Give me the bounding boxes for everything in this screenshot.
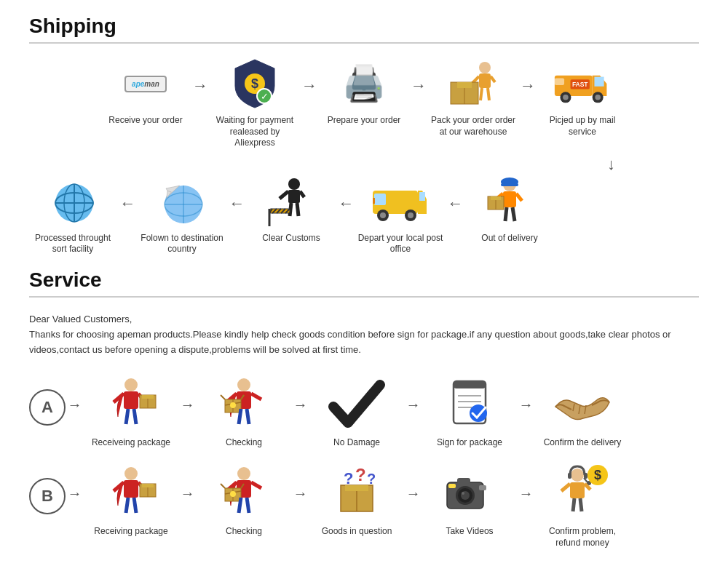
monitor-icon: apeman: [116, 58, 175, 109]
step-b-refund-label: Confirm problem, refund money: [549, 526, 616, 549]
step-receive-order: apeman Receive your order: [102, 58, 189, 127]
svg-line-45: [280, 191, 288, 199]
camera-b-icon: [437, 463, 502, 522]
svg-rect-100: [124, 480, 138, 498]
printer-icon: 🖨️: [335, 58, 393, 109]
arrow-b4: →: [517, 463, 535, 502]
svg-rect-69: [124, 391, 138, 409]
question-b-icon: ? ? ?: [324, 463, 389, 522]
svg-point-4: [479, 62, 491, 73]
service-title: Service: [29, 268, 699, 292]
service-greeting: Dear Valued Customers,: [29, 312, 699, 327]
checker-b-icon: [211, 463, 277, 522]
svg-rect-25: [501, 183, 518, 186]
svg-line-106: [126, 498, 128, 513]
svg-rect-31: [491, 196, 501, 200]
svg-line-28: [516, 194, 522, 201]
step-b-check: Checking: [197, 463, 291, 538]
svg-rect-26: [503, 191, 516, 207]
arrow-b1: →: [178, 463, 197, 502]
step-b-receive-label: Receiving package: [94, 526, 167, 538]
svg-text:?: ?: [344, 469, 353, 487]
svg-rect-132: [448, 484, 456, 488]
arrow-a1: →: [178, 375, 197, 413]
service-text: Dear Valued Customers, Thanks for choosi…: [29, 312, 699, 357]
truck-icon: FAST: [553, 58, 612, 109]
svg-rect-44: [288, 190, 300, 203]
svg-point-77: [237, 378, 250, 391]
svg-line-9: [488, 88, 489, 100]
svg-line-32: [505, 207, 507, 221]
svg-line-7: [491, 76, 495, 82]
svg-line-142: [573, 498, 574, 511]
svg-point-117: [230, 491, 236, 497]
svg-line-143: [580, 498, 582, 511]
arrow-r2: →: [335, 176, 357, 213]
svg-rect-131: [457, 478, 470, 484]
svg-rect-12: [457, 82, 472, 88]
step-payment-label: Waiting for payment realeased by Aliexpr…: [211, 115, 298, 149]
svg-line-75: [126, 409, 128, 424]
svg-point-108: [237, 467, 250, 480]
step-a-check: Checking: [197, 375, 291, 449]
svg-text:FAST: FAST: [572, 81, 588, 88]
badge-b: B: [29, 478, 66, 514]
svg-line-111: [251, 482, 261, 488]
step-a-check-label: Checking: [226, 437, 262, 449]
svg-text:$: $: [251, 76, 258, 91]
svg-point-87: [230, 402, 236, 408]
arrow-r3: →: [226, 176, 248, 213]
checkmark-a-icon: [324, 375, 389, 433]
support-b-icon: $: [550, 463, 615, 522]
process-row-a: A → Receiveing package: [29, 375, 699, 449]
step-globe-plane: Folown to destination country: [138, 176, 226, 255]
step-payment: $ ✓ Waiting for payment realeased by Ali…: [211, 58, 298, 149]
step-pickup: FAST Picjed up by mail service: [539, 58, 626, 137]
step-a-sign-label: Sign for package: [437, 437, 502, 449]
step-pickup-label: Picjed up by mail service: [539, 115, 626, 137]
step-pack-label: Pack your order order at our warehouse: [430, 115, 517, 137]
svg-text:?: ?: [367, 471, 376, 487]
step-customs-label: Clear Customs: [262, 233, 320, 244]
svg-point-43: [288, 178, 300, 190]
arrow-a3: →: [404, 375, 422, 413]
svg-rect-5: [479, 73, 491, 88]
step-sort-facility-label: Processed throught sort facility: [29, 233, 116, 255]
globe-blue-icon: [44, 176, 102, 227]
step-pack: Pack your order order at our warehouse: [430, 58, 517, 137]
arrow-b0: →: [66, 463, 84, 502]
svg-line-33: [513, 207, 515, 221]
arrow-a4: →: [517, 375, 535, 413]
svg-line-76: [134, 409, 136, 424]
step-receive-label: Receive your order: [108, 115, 182, 127]
svg-line-107: [134, 498, 136, 513]
box-worker-icon: [444, 58, 502, 109]
step-b-check-label: Checking: [226, 526, 262, 538]
svg-point-68: [124, 378, 138, 391]
van-icon: [371, 176, 430, 227]
arrow-1: →: [189, 58, 211, 95]
step-a-confirm: Confirm the delivery: [535, 375, 630, 449]
arrow-a0: →: [66, 375, 84, 413]
delivery-man-icon: [480, 176, 539, 227]
process-row-b: B → Receiving package →: [29, 463, 699, 549]
svg-line-89: [247, 409, 249, 424]
step-b-receive: Receiving package: [84, 463, 178, 538]
step-sort-facility: Processed throught sort facility: [29, 176, 116, 255]
svg-rect-42: [419, 192, 425, 201]
svg-rect-74: [142, 395, 154, 399]
svg-point-20: [595, 95, 601, 100]
svg-rect-36: [373, 198, 375, 204]
svg-rect-14: [555, 78, 564, 84]
step-prepare-label: Prepare your order: [328, 115, 401, 127]
step-a-confirm-label: Confirm the delivery: [544, 437, 622, 449]
arrow-2: →: [298, 58, 320, 95]
service-divider: [29, 296, 699, 298]
customs-icon: [262, 176, 320, 227]
svg-line-48: [297, 203, 298, 216]
svg-point-18: [563, 95, 569, 100]
svg-rect-105: [142, 484, 154, 487]
svg-line-80: [251, 394, 261, 399]
svg-text:$: $: [594, 468, 601, 482]
arrow-3: →: [408, 58, 430, 95]
